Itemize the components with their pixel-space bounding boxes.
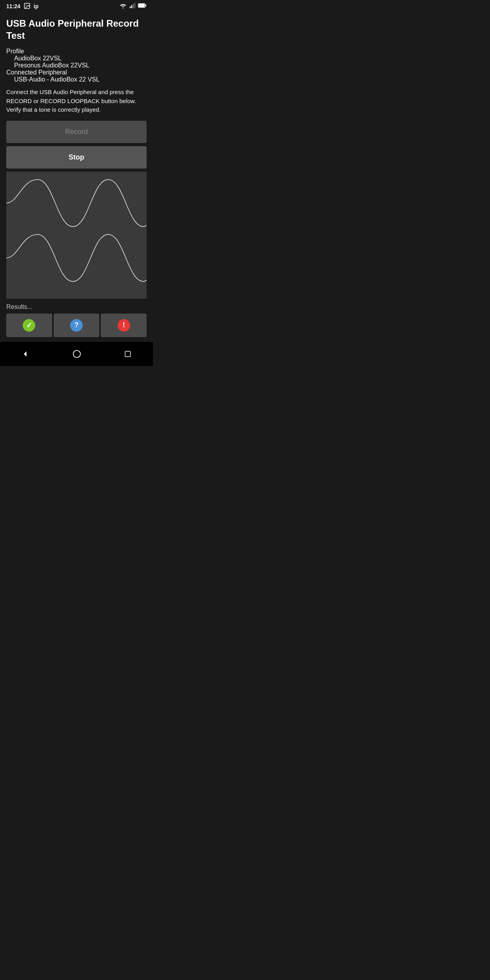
profile-label: Profile	[6, 48, 147, 55]
image-icon	[24, 2, 31, 11]
recent-button[interactable]	[116, 347, 139, 361]
svg-point-2	[123, 7, 123, 8]
presonus-name: Presonus AudioBox 22VSL	[6, 62, 147, 69]
result-check-button[interactable]: ✓	[6, 314, 52, 337]
page-title: USB Audio Peripheral Record Test	[6, 17, 147, 42]
main-content: USB Audio Peripheral Record Test Profile…	[0, 13, 153, 342]
profile-section: Profile AudioBox 22VSL Presonus AudioBox…	[6, 48, 147, 83]
svg-rect-5	[133, 4, 134, 8]
record-button[interactable]: Record	[6, 121, 147, 143]
waveform-display	[6, 172, 147, 299]
results-label: Results...	[6, 303, 147, 310]
signal-icon	[129, 2, 136, 10]
description-text: Connect the USB Audio Peripheral and pre…	[6, 88, 147, 114]
full-page: 11:24 ip	[0, 0, 153, 366]
exclaim-icon: !	[118, 319, 130, 332]
svg-rect-9	[145, 5, 146, 7]
back-button[interactable]	[14, 347, 37, 361]
audiobox-name: AudioBox 22VSL	[6, 55, 147, 62]
device-name: USB-Audio - AudioBox 22 VSL	[6, 76, 147, 83]
home-button[interactable]	[65, 347, 89, 361]
svg-marker-11	[24, 351, 27, 356]
svg-rect-13	[125, 351, 131, 357]
svg-rect-10	[6, 172, 147, 297]
nav-bar	[0, 342, 153, 366]
results-buttons: ✓ ? !	[6, 314, 147, 337]
peripheral-label: Connected Peripheral	[6, 69, 147, 76]
question-icon: ?	[70, 319, 83, 332]
result-exclaim-button[interactable]: !	[101, 314, 147, 337]
check-icon: ✓	[23, 319, 35, 332]
network-label: ip	[34, 3, 38, 9]
status-bar: 11:24 ip	[0, 0, 153, 13]
stop-button[interactable]: Stop	[6, 146, 147, 169]
svg-rect-3	[130, 7, 131, 8]
status-left: 11:24 ip	[6, 2, 38, 11]
battery-icon	[138, 3, 147, 10]
svg-point-1	[25, 4, 26, 5]
status-right	[119, 2, 147, 10]
clock: 11:24	[6, 3, 20, 9]
svg-point-12	[73, 350, 80, 358]
svg-rect-8	[139, 4, 145, 7]
wifi-icon	[119, 2, 127, 10]
svg-rect-4	[131, 5, 132, 8]
svg-rect-6	[134, 3, 136, 8]
result-question-button[interactable]: ?	[54, 314, 100, 337]
